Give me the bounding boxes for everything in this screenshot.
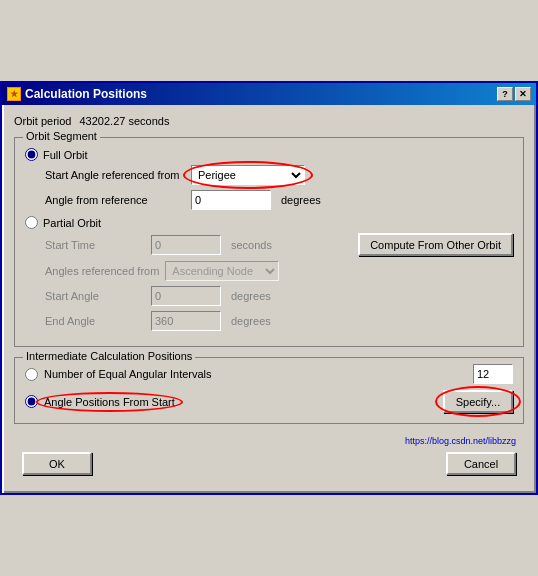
title-buttons: ? ✕ [497, 87, 531, 101]
angle-from-ref-degrees: degrees [281, 194, 321, 206]
seconds-label: seconds [231, 239, 272, 251]
window-icon: ★ [7, 87, 21, 101]
full-orbit-label: Full Orbit [43, 149, 88, 161]
cancel-button[interactable]: Cancel [446, 452, 516, 475]
watermark: https://blog.csdn.net/libbzzg [14, 434, 524, 448]
orbit-period-label: Orbit period [14, 115, 71, 127]
start-time-label: Start Time [45, 239, 145, 251]
angles-ref-label: Angles referenced from [45, 265, 159, 277]
end-angle-row: End Angle degrees [45, 311, 513, 331]
close-button[interactable]: ✕ [515, 87, 531, 101]
orbit-period-row: Orbit period 43202.27 seconds [14, 115, 524, 127]
partial-orbit-label: Partial Orbit [43, 217, 101, 229]
specify-btn-wrap: Specify... [443, 390, 513, 413]
angles-ref-row: Angles referenced from Ascending Node Pe… [45, 261, 513, 281]
partial-orbit-radio-row: Partial Orbit [25, 216, 513, 229]
intermediate-group: Intermediate Calculation Positions Numbe… [14, 357, 524, 424]
title-bar: ★ Calculation Positions ? ✕ [2, 83, 536, 105]
equal-intervals-radio[interactable] [25, 368, 38, 381]
angle-positions-label: Angle Positions From Start [44, 396, 175, 408]
start-angle-degrees: degrees [231, 290, 271, 302]
icon-symbol: ★ [10, 89, 18, 99]
help-button[interactable]: ? [497, 87, 513, 101]
equal-intervals-input[interactable] [473, 364, 513, 384]
start-time-input [151, 235, 221, 255]
start-time-row: Start Time seconds Compute From Other Or… [45, 233, 513, 256]
full-orbit-radio[interactable] [25, 148, 38, 161]
end-angle-input [151, 311, 221, 331]
partial-orbit-radio[interactable] [25, 216, 38, 229]
end-angle-degrees: degrees [231, 315, 271, 327]
equal-intervals-row: Number of Equal Angular Intervals [25, 364, 513, 384]
angle-positions-label-wrap: Angle Positions From Start [44, 396, 175, 408]
start-angle-ref-label: Start Angle referenced from [45, 169, 185, 181]
start-angle-dropdown-wrap: Perigee Apogee Ascending Node Descending… [191, 165, 305, 185]
end-angle-label: End Angle [45, 315, 145, 327]
equal-intervals-label: Number of Equal Angular Intervals [44, 368, 212, 380]
angle-from-ref-input[interactable] [191, 190, 271, 210]
window-title: Calculation Positions [25, 87, 147, 101]
angle-positions-row: Angle Positions From Start Specify... [25, 390, 513, 413]
buttons-row: OK Cancel [14, 448, 524, 483]
main-window: ★ Calculation Positions ? ✕ Orbit period… [0, 81, 538, 495]
content-area: Orbit period 43202.27 seconds Orbit Segm… [2, 105, 536, 493]
full-orbit-radio-row: Full Orbit [25, 148, 513, 161]
orbit-segment-group: Orbit Segment Full Orbit Start Angle ref… [14, 137, 524, 347]
angle-from-ref-label: Angle from reference [45, 194, 185, 206]
intermediate-label: Intermediate Calculation Positions [23, 350, 195, 362]
start-angle-row: Start Angle degrees [45, 286, 513, 306]
angles-ref-dropdown: Ascending Node Perigee Descending Node [165, 261, 279, 281]
start-angle-dropdown[interactable]: Perigee Apogee Ascending Node Descending… [191, 165, 305, 185]
start-angle-input2 [151, 286, 221, 306]
angle-positions-radio[interactable] [25, 395, 38, 408]
compute-button[interactable]: Compute From Other Orbit [358, 233, 513, 256]
start-angle-label2: Start Angle [45, 290, 145, 302]
start-angle-ref-row: Start Angle referenced from Perigee Apog… [45, 165, 513, 185]
orbit-period-value: 43202.27 seconds [79, 115, 169, 127]
title-bar-left: ★ Calculation Positions [7, 87, 147, 101]
ok-button[interactable]: OK [22, 452, 92, 475]
angle-from-ref-row: Angle from reference degrees [45, 190, 513, 210]
orbit-segment-label: Orbit Segment [23, 130, 100, 142]
specify-button[interactable]: Specify... [443, 390, 513, 413]
